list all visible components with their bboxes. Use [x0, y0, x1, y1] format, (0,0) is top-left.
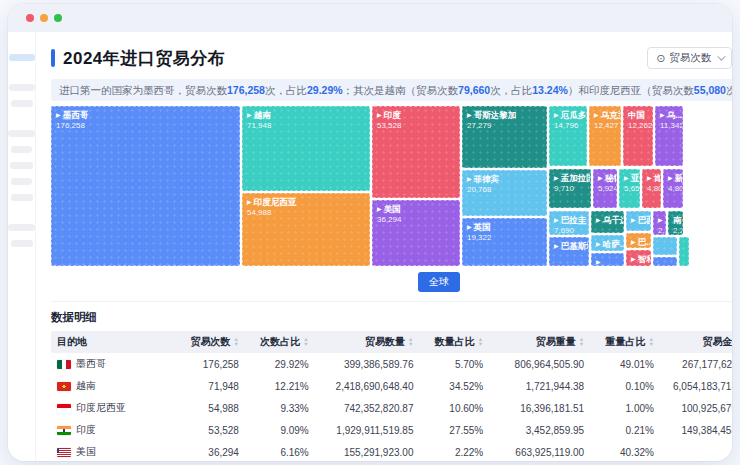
sort-icon[interactable]: ▲▼: [648, 337, 653, 347]
drilldown-arrow-icon: ▶: [598, 175, 603, 181]
treemap-tile-新[interactable]: ▶新4,804: [663, 169, 683, 208]
drilldown-arrow-icon: ▶: [624, 175, 629, 181]
sidebar-item[interactable]: [11, 194, 33, 201]
sort-icon[interactable]: ▲▼: [303, 337, 308, 347]
treemap-tile-亚[interactable]: ▶亚5,650: [619, 169, 640, 208]
treemap-tile[interactable]: [653, 237, 677, 255]
metric-select-label: 贸易次数: [669, 51, 711, 65]
treemap-tile-中国[interactable]: 中国12,262: [623, 106, 653, 166]
table-row[interactable]: 美国36,2946.16%155,291,923.002.22%663,925,…: [51, 441, 732, 461]
treemap-tile-巴...[interactable]: ▶巴...: [626, 233, 651, 248]
sidebar-item[interactable]: [10, 162, 33, 169]
sidebar-item[interactable]: [9, 84, 35, 91]
treemap-tile-乌干达[interactable]: ▶乌干达: [591, 211, 624, 233]
treemap-tile[interactable]: [679, 237, 689, 266]
treemap-tile-肯[interactable]: ▶肯4,806: [642, 169, 661, 208]
country-name: 越南: [76, 379, 96, 393]
treemap-tile-乌克兰[interactable]: ▶乌克兰12,427: [589, 106, 621, 166]
summary-highlight: 55,080: [694, 84, 726, 96]
treemap-tile-秘鲁[interactable]: ▶秘鲁5,924: [593, 169, 617, 208]
table-header-cell[interactable]: 贸易金额▲▼: [660, 331, 732, 353]
treemap-tile-孟加拉国[interactable]: ▶孟加拉国9,710: [549, 169, 591, 208]
tile-label: ▶墨西哥: [56, 110, 235, 121]
table-row[interactable]: 越南71,94812.21%2,418,690,648.4034.52%1,72…: [51, 375, 732, 397]
table-header-cell[interactable]: 贸易数量▲▼: [315, 331, 420, 353]
drilldown-arrow-icon: ▶: [554, 175, 559, 181]
value-cell: 2.22%: [419, 441, 489, 461]
table-row[interactable]: 印度尼西亚54,9889.33%742,352,820.8710.60%16,3…: [51, 397, 732, 419]
minimize-window-icon[interactable]: [40, 14, 48, 22]
value-cell: 71,948: [171, 375, 245, 397]
treemap-tile-巴西[interactable]: ▶巴西: [626, 211, 651, 231]
summary-segment: ）和印度尼西亚（贸易次数: [568, 84, 694, 96]
sort-icon[interactable]: ▲▼: [233, 337, 238, 347]
close-window-icon[interactable]: [26, 14, 34, 22]
tile-label: ▶越南: [247, 110, 365, 121]
tile-label: ▶印度尼西亚: [247, 197, 365, 208]
tile-label: ▶肯: [647, 173, 656, 184]
treemap-tile-英国[interactable]: ▶英国19,322: [462, 218, 547, 266]
maximize-window-icon[interactable]: [54, 14, 62, 22]
treemap-root-button[interactable]: 全球: [418, 272, 460, 292]
tile-value: 176,258: [56, 121, 235, 131]
drilldown-arrow-icon: ▶: [594, 112, 599, 118]
treemap-tile-哈萨...[interactable]: ▶哈萨...: [591, 235, 624, 251]
treemap-tile[interactable]: ▶: [653, 257, 677, 266]
sidebar-item[interactable]: [11, 240, 33, 247]
treemap-tile-巴基斯坦[interactable]: ▶巴基斯坦: [549, 237, 589, 266]
treemap-tile-墨西哥[interactable]: ▶墨西哥176,258: [51, 106, 240, 266]
tile-label: ▶巴西: [631, 215, 646, 226]
sidebar-item[interactable]: [8, 224, 35, 231]
table-header-cell[interactable]: 贸易次数▲▼: [171, 331, 245, 353]
value-cell: 9.09%: [245, 419, 315, 441]
country-name: 美国: [76, 445, 96, 459]
table-header-cell[interactable]: 重量占比▲▼: [590, 331, 660, 353]
sidebar-item[interactable]: [8, 130, 35, 137]
value-cell: 49.01%: [590, 353, 660, 375]
table-row[interactable]: 印度53,5289.09%1,929,911,519.8527.55%3,452…: [51, 419, 732, 441]
treemap-tile-乌...[interactable]: ▶乌...11,342: [655, 106, 683, 166]
tile-value: 19,322: [467, 233, 542, 243]
value-cell: 16,396,181.51: [489, 397, 590, 419]
value-cell: 40.32%: [590, 441, 660, 461]
country-name: 墨西哥: [76, 357, 106, 371]
treemap-tile-智利[interactable]: ▶智利: [626, 250, 651, 266]
column-header-label: 次数占比: [260, 335, 300, 349]
treemap-tile-菲律宾[interactable]: ▶菲律宾20,768: [462, 170, 547, 216]
treemap-tile-美国[interactable]: ▶美国36,294: [372, 200, 460, 266]
treemap-tile-越南[interactable]: ▶越南71,948: [242, 106, 370, 191]
summary-highlight: 79,660: [458, 84, 490, 96]
table-header-cell[interactable]: 次数占比▲▼: [245, 331, 315, 353]
drilldown-arrow-icon: ▶: [377, 112, 382, 118]
metric-select[interactable]: ⊙ 贸易次数: [647, 47, 732, 69]
treemap-tile-印度[interactable]: ▶印度53,528: [372, 106, 460, 198]
drilldown-arrow-icon: ▶: [631, 217, 636, 223]
treemap-tile-巴拉圭[interactable]: ▶巴拉圭7,690: [549, 211, 589, 235]
sort-icon[interactable]: ▲▼: [579, 337, 584, 347]
summary-highlight: 13.24%: [532, 84, 568, 96]
value-cell: 0.10%: [590, 375, 660, 397]
drilldown-arrow-icon: ▶: [467, 112, 472, 118]
treemap-tile-印度尼西亚[interactable]: ▶印度尼西亚54,988: [242, 193, 370, 266]
sort-icon[interactable]: ▲▼: [478, 337, 483, 347]
sort-icon[interactable]: ▲▼: [408, 337, 413, 347]
tile-value: 53,528: [377, 121, 455, 131]
treemap-tile[interactable]: ▶2,5: [653, 211, 666, 235]
table-row[interactable]: 墨西哥176,25829.92%399,386,589.765.70%806,9…: [51, 353, 732, 375]
drilldown-arrow-icon: ▶: [596, 259, 601, 265]
sidebar-item[interactable]: [11, 100, 33, 107]
value-cell: 3,452,859.95: [489, 419, 590, 441]
tile-value: 5,924: [598, 184, 612, 194]
value-cell: 0.21%: [590, 419, 660, 441]
treemap-tile-哥斯达黎加[interactable]: ▶哥斯达黎加27,279: [462, 106, 547, 168]
tile-label: ▶: [658, 215, 661, 226]
treemap-tile[interactable]: ▶: [591, 253, 624, 266]
sidebar-item[interactable]: [11, 178, 32, 185]
table-header-cell[interactable]: 数量占比▲▼: [419, 331, 489, 353]
sidebar-item-active[interactable]: [9, 54, 35, 61]
table-header-cell[interactable]: 贸易重量▲▼: [489, 331, 590, 353]
sidebar-item[interactable]: [11, 146, 32, 153]
drilldown-arrow-icon: ▶: [247, 199, 252, 205]
treemap-tile-厄瓜多尔[interactable]: ▶厄瓜多尔14,796: [549, 106, 587, 166]
treemap-tile-南[interactable]: 南2,2: [668, 211, 683, 235]
